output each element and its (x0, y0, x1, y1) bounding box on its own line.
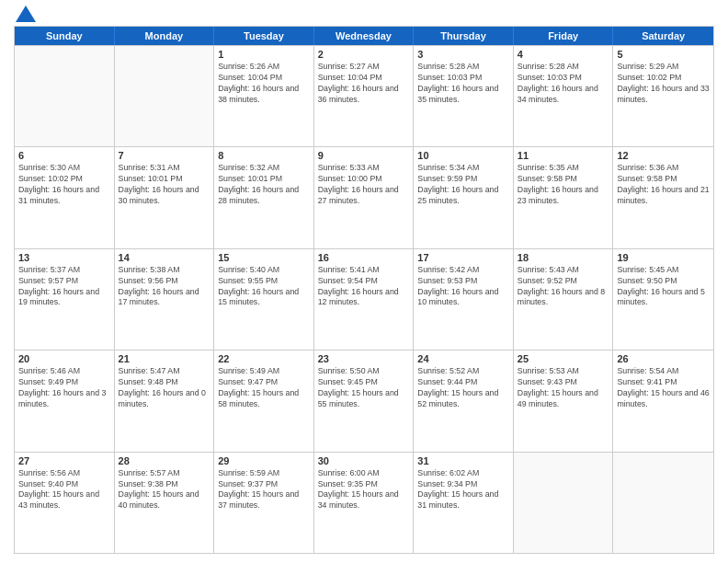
calendar-cell: 24Sunrise: 5:52 AMSunset: 9:44 PMDayligh… (414, 350, 514, 451)
day-number: 9 (318, 150, 410, 161)
day-info: Sunrise: 5:29 AMSunset: 10:02 PMDaylight… (617, 62, 710, 106)
calendar-week: 1Sunrise: 5:26 AMSunset: 10:04 PMDayligh… (15, 45, 713, 146)
calendar-header-cell: Sunday (15, 27, 115, 45)
calendar-header-cell: Friday (514, 27, 614, 45)
day-info: Sunrise: 5:54 AMSunset: 9:41 PMDaylight:… (617, 366, 710, 410)
day-info: Sunrise: 5:35 AMSunset: 9:58 PMDaylight:… (518, 163, 609, 207)
calendar-cell: 8Sunrise: 5:32 AMSunset: 10:01 PMDayligh… (214, 147, 314, 247)
day-number: 7 (119, 150, 210, 161)
day-info: Sunrise: 5:28 AMSunset: 10:03 PMDaylight… (518, 62, 609, 106)
logo (14, 9, 36, 22)
calendar-cell: 4Sunrise: 5:28 AMSunset: 10:03 PMDayligh… (514, 46, 614, 146)
day-number: 18 (518, 252, 609, 263)
day-number: 27 (18, 455, 110, 466)
day-info: Sunrise: 5:49 AMSunset: 9:47 PMDaylight:… (218, 366, 310, 410)
day-number: 24 (417, 353, 509, 364)
day-info: Sunrise: 5:41 AMSunset: 9:54 PMDaylight:… (318, 265, 410, 309)
calendar-cell: 31Sunrise: 6:02 AMSunset: 9:34 PMDayligh… (414, 453, 514, 553)
day-number: 15 (218, 252, 310, 263)
day-info: Sunrise: 5:27 AMSunset: 10:04 PMDaylight… (318, 62, 410, 106)
calendar-cell: 14Sunrise: 5:38 AMSunset: 9:56 PMDayligh… (115, 249, 215, 350)
day-number: 31 (417, 455, 509, 466)
day-info: Sunrise: 5:56 AMSunset: 9:40 PMDaylight:… (18, 468, 110, 512)
calendar-header-cell: Tuesday (214, 27, 314, 45)
svg-marker-0 (16, 6, 36, 22)
calendar-cell: 19Sunrise: 5:45 AMSunset: 9:50 PMDayligh… (613, 249, 713, 350)
day-info: Sunrise: 5:53 AMSunset: 9:43 PMDaylight:… (518, 366, 609, 410)
calendar-cell: 2Sunrise: 5:27 AMSunset: 10:04 PMDayligh… (314, 46, 415, 146)
day-number: 3 (417, 49, 509, 60)
calendar-cell: 5Sunrise: 5:29 AMSunset: 10:02 PMDayligh… (613, 46, 713, 146)
day-number: 13 (18, 252, 110, 263)
day-info: Sunrise: 5:40 AMSunset: 9:55 PMDaylight:… (218, 265, 310, 309)
page: SundayMondayTuesdayWednesdayThursdayFrid… (0, 0, 728, 563)
calendar-cell: 10Sunrise: 5:34 AMSunset: 9:59 PMDayligh… (414, 147, 514, 247)
calendar-cell: 11Sunrise: 5:35 AMSunset: 9:58 PMDayligh… (514, 147, 614, 247)
calendar-cell: 29Sunrise: 5:59 AMSunset: 9:37 PMDayligh… (214, 453, 314, 553)
day-info: Sunrise: 5:33 AMSunset: 10:00 PMDaylight… (318, 163, 410, 207)
calendar-cell: 1Sunrise: 5:26 AMSunset: 10:04 PMDayligh… (214, 46, 314, 146)
day-info: Sunrise: 5:36 AMSunset: 9:58 PMDaylight:… (617, 163, 710, 207)
calendar-week: 27Sunrise: 5:56 AMSunset: 9:40 PMDayligh… (15, 452, 713, 553)
day-number: 5 (617, 49, 710, 60)
calendar-header: SundayMondayTuesdayWednesdayThursdayFrid… (15, 27, 713, 45)
calendar-cell (613, 453, 713, 553)
calendar-cell: 27Sunrise: 5:56 AMSunset: 9:40 PMDayligh… (15, 453, 115, 553)
calendar-cell: 7Sunrise: 5:31 AMSunset: 10:01 PMDayligh… (115, 147, 215, 247)
day-info: Sunrise: 5:42 AMSunset: 9:53 PMDaylight:… (417, 265, 509, 309)
calendar-body: 1Sunrise: 5:26 AMSunset: 10:04 PMDayligh… (15, 45, 713, 553)
calendar-cell: 28Sunrise: 5:57 AMSunset: 9:38 PMDayligh… (115, 453, 215, 553)
day-number: 30 (318, 455, 410, 466)
calendar-week: 20Sunrise: 5:46 AMSunset: 9:49 PMDayligh… (15, 350, 713, 451)
calendar-cell: 6Sunrise: 5:30 AMSunset: 10:02 PMDayligh… (15, 147, 115, 247)
day-number: 26 (617, 353, 710, 364)
calendar-cell: 17Sunrise: 5:42 AMSunset: 9:53 PMDayligh… (414, 249, 514, 350)
logo-icon (16, 6, 36, 22)
day-number: 22 (218, 353, 310, 364)
day-info: Sunrise: 5:57 AMSunset: 9:38 PMDaylight:… (119, 468, 210, 512)
day-info: Sunrise: 5:26 AMSunset: 10:04 PMDaylight… (218, 62, 310, 106)
calendar-cell: 9Sunrise: 5:33 AMSunset: 10:00 PMDayligh… (314, 147, 415, 247)
day-number: 21 (119, 353, 210, 364)
day-number: 12 (617, 150, 710, 161)
calendar-header-cell: Saturday (613, 27, 713, 45)
calendar-cell: 3Sunrise: 5:28 AMSunset: 10:03 PMDayligh… (414, 46, 514, 146)
day-number: 28 (119, 455, 210, 466)
calendar-cell: 12Sunrise: 5:36 AMSunset: 9:58 PMDayligh… (613, 147, 713, 247)
day-info: Sunrise: 5:37 AMSunset: 9:57 PMDaylight:… (18, 265, 110, 309)
day-number: 23 (318, 353, 410, 364)
calendar-cell: 25Sunrise: 5:53 AMSunset: 9:43 PMDayligh… (514, 350, 614, 451)
calendar-cell: 22Sunrise: 5:49 AMSunset: 9:47 PMDayligh… (214, 350, 314, 451)
day-number: 19 (617, 252, 710, 263)
calendar-header-cell: Thursday (414, 27, 514, 45)
day-number: 17 (417, 252, 509, 263)
calendar-cell: 18Sunrise: 5:43 AMSunset: 9:52 PMDayligh… (514, 249, 614, 350)
day-number: 10 (417, 150, 509, 161)
calendar-cell: 20Sunrise: 5:46 AMSunset: 9:49 PMDayligh… (15, 350, 115, 451)
day-info: Sunrise: 5:52 AMSunset: 9:44 PMDaylight:… (417, 366, 509, 410)
calendar-week: 6Sunrise: 5:30 AMSunset: 10:02 PMDayligh… (15, 146, 713, 247)
header (14, 9, 714, 22)
calendar-cell: 26Sunrise: 5:54 AMSunset: 9:41 PMDayligh… (613, 350, 713, 451)
day-number: 16 (318, 252, 410, 263)
day-number: 8 (218, 150, 310, 161)
calendar-cell (514, 453, 614, 553)
calendar-cell: 16Sunrise: 5:41 AMSunset: 9:54 PMDayligh… (314, 249, 415, 350)
day-info: Sunrise: 6:02 AMSunset: 9:34 PMDaylight:… (417, 468, 509, 512)
day-info: Sunrise: 5:45 AMSunset: 9:50 PMDaylight:… (617, 265, 710, 309)
calendar-cell: 23Sunrise: 5:50 AMSunset: 9:45 PMDayligh… (314, 350, 415, 451)
day-info: Sunrise: 5:28 AMSunset: 10:03 PMDaylight… (417, 62, 509, 106)
calendar-cell: 15Sunrise: 5:40 AMSunset: 9:55 PMDayligh… (214, 249, 314, 350)
calendar-cell: 21Sunrise: 5:47 AMSunset: 9:48 PMDayligh… (115, 350, 215, 451)
day-number: 20 (18, 353, 110, 364)
calendar-header-cell: Wednesday (314, 27, 415, 45)
day-info: Sunrise: 5:32 AMSunset: 10:01 PMDaylight… (218, 163, 310, 207)
day-number: 25 (518, 353, 609, 364)
day-info: Sunrise: 5:38 AMSunset: 9:56 PMDaylight:… (119, 265, 210, 309)
day-info: Sunrise: 5:43 AMSunset: 9:52 PMDaylight:… (518, 265, 609, 309)
calendar-header-cell: Monday (115, 27, 215, 45)
day-info: Sunrise: 5:34 AMSunset: 9:59 PMDaylight:… (417, 163, 509, 207)
day-number: 1 (218, 49, 310, 60)
day-number: 29 (218, 455, 310, 466)
calendar-cell (15, 46, 115, 146)
